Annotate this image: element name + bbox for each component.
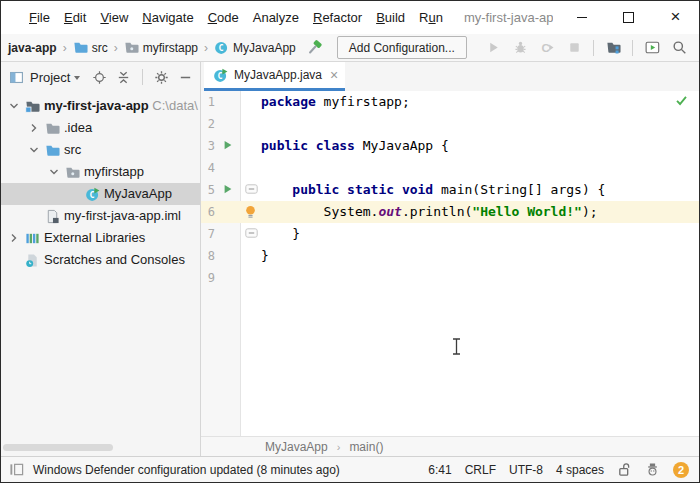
menu-analyze[interactable]: Analyze <box>246 1 306 34</box>
svg-text:C: C <box>218 70 223 80</box>
run-window-icon <box>645 40 660 55</box>
coverage-button: C <box>537 38 557 58</box>
breadcrumb-item-src[interactable]: src <box>71 40 110 55</box>
editor-breadcrumb-main[interactable]: main() <box>349 440 383 454</box>
chevron-down-icon[interactable] <box>74 76 80 80</box>
editor-breadcrumb-myjavaapp[interactable]: MyJavaApp <box>265 440 328 454</box>
run-anything-button[interactable] <box>642 38 662 58</box>
minimize-button[interactable] <box>558 1 605 34</box>
run-line-icon[interactable] <box>222 183 234 195</box>
menu-build[interactable]: Build <box>369 1 412 34</box>
chevron-down-icon[interactable] <box>47 165 61 179</box>
fold-start-icon[interactable] <box>245 184 258 194</box>
code-line-9[interactable]: 9 <box>201 267 699 289</box>
debug-button <box>510 38 530 58</box>
project-panel-title[interactable]: Project <box>30 70 70 85</box>
menu-navigate[interactable]: Navigate <box>135 1 200 34</box>
chevron-down-icon[interactable] <box>27 143 41 157</box>
breadcrumb-separator: › <box>59 41 71 55</box>
indent[interactable]: 4 spaces <box>556 463 604 477</box>
tree-item-myjavaapp[interactable]: CMyJavaApp <box>1 183 200 205</box>
breadcrumb-item-java-app[interactable]: java-app <box>6 41 59 55</box>
status-message[interactable]: Windows Defender configuration updated (… <box>33 463 340 477</box>
toolbar-separator <box>632 40 633 56</box>
debug-disabled-icon <box>513 40 528 55</box>
tree-item-my-first-java-app-iml[interactable]: my-first-java-app.iml <box>1 205 200 227</box>
code-text: public static void main(String[] args) { <box>261 179 605 201</box>
settings-button[interactable] <box>154 70 169 85</box>
line-number: 5 <box>201 179 215 201</box>
line-number: 1 <box>201 91 215 113</box>
build-hammer-icon[interactable] <box>306 39 323 56</box>
menu-run[interactable]: Run <box>412 1 450 34</box>
fold-end-icon[interactable] <box>245 228 258 238</box>
line-number: 3 <box>201 135 215 157</box>
code-editor[interactable]: 1package myfirstapp;23public class MyJav… <box>201 91 699 436</box>
tree-item-external-libraries[interactable]: External Libraries <box>1 227 200 249</box>
folder-blue-icon <box>45 143 60 158</box>
collapse-all-button[interactable] <box>116 70 131 85</box>
line-separator[interactable]: CRLF <box>465 463 496 477</box>
code-line-1[interactable]: 1package myfirstapp; <box>201 91 699 113</box>
close-tab-icon[interactable]: × <box>330 68 338 82</box>
code-text: public class MyJavaApp { <box>261 135 449 157</box>
project-structure-button[interactable] <box>603 38 623 58</box>
project-tree: my-first-java-app C:\data\.ideasrcmyfirs… <box>1 95 200 271</box>
code-line-8[interactable]: 8} <box>201 245 699 267</box>
project-tool-icon <box>9 70 24 85</box>
class-run-icon: C <box>213 68 228 83</box>
run-line-icon[interactable] <box>222 139 234 151</box>
folder-blue-icon <box>73 40 88 55</box>
tab-label: MyJavaApp.java <box>234 68 322 82</box>
run-disabled-icon <box>486 40 501 55</box>
chevron-right-icon[interactable] <box>7 231 21 245</box>
line-number: 4 <box>201 157 215 179</box>
close-icon: × <box>671 8 681 25</box>
code-line-2[interactable]: 2 <box>201 113 699 135</box>
tree-item-src[interactable]: src <box>1 139 200 161</box>
menu-edit[interactable]: Edit <box>57 1 93 34</box>
menu-code[interactable]: Code <box>201 1 246 34</box>
project-panel-actions <box>92 69 193 85</box>
readonly-toggle[interactable] <box>617 462 632 477</box>
code-line-6[interactable]: 6 System.out.println("Hello World!"); <box>201 201 699 223</box>
highlighting-level[interactable] <box>645 462 660 477</box>
chevron-down-icon[interactable] <box>7 99 21 113</box>
intention-bulb-icon[interactable] <box>243 204 258 219</box>
code-line-5[interactable]: 5 public static void main(String[] args)… <box>201 179 699 201</box>
close-button[interactable]: × <box>652 1 699 34</box>
locate-file-button[interactable] <box>92 70 107 85</box>
svg-text:C: C <box>90 190 95 200</box>
code-line-7[interactable]: 7 } <box>201 223 699 245</box>
hide-panel-button[interactable] <box>178 70 193 85</box>
menu-refactor[interactable]: Refactor <box>306 1 369 34</box>
search-everywhere-button[interactable] <box>669 38 689 58</box>
chevron-right-icon[interactable] <box>27 121 41 135</box>
notifications-badge[interactable]: 2 <box>673 462 689 478</box>
breadcrumb: java-app›src›myfirstapp›CMyJavaApp <box>1 40 298 55</box>
tree-item--idea[interactable]: .idea <box>1 117 200 139</box>
code-line-3[interactable]: 3public class MyJavaApp { <box>201 135 699 157</box>
breadcrumb-item-myjavaapp[interactable]: CMyJavaApp <box>212 40 298 55</box>
menu-file[interactable]: File <box>22 1 57 34</box>
editor-breadcrumbs: MyJavaApp›main() <box>201 436 699 456</box>
tree-item-my-first-java-app[interactable]: my-first-java-app C:\data\ <box>1 95 200 117</box>
maximize-button[interactable] <box>605 1 652 34</box>
caret-position[interactable]: 6:41 <box>428 463 451 477</box>
minimize-icon <box>577 17 587 18</box>
tree-item-scratches-and-consoles[interactable]: Scratches and Consoles <box>1 249 200 271</box>
line-number: 6 <box>201 201 215 223</box>
tree-item-myfirstapp[interactable]: myfirstapp <box>1 161 200 183</box>
encoding[interactable]: UTF-8 <box>509 463 543 477</box>
tool-window-switcher-icon[interactable] <box>9 462 24 477</box>
add-configuration-button[interactable]: Add Configuration... <box>337 36 467 59</box>
horizontal-scrollbar[interactable] <box>3 444 113 451</box>
tree-item-label: MyJavaApp <box>104 186 172 201</box>
folder-project-icon <box>25 99 40 114</box>
tab-myjavaapp[interactable]: C MyJavaApp.java × <box>204 62 345 88</box>
class-run-icon: C <box>85 187 100 202</box>
breadcrumb-item-myfirstapp[interactable]: myfirstapp <box>122 40 200 55</box>
code-line-4[interactable]: 4 <box>201 157 699 179</box>
menu-view[interactable]: View <box>93 1 135 34</box>
project-panel-header: Project <box>1 62 200 92</box>
